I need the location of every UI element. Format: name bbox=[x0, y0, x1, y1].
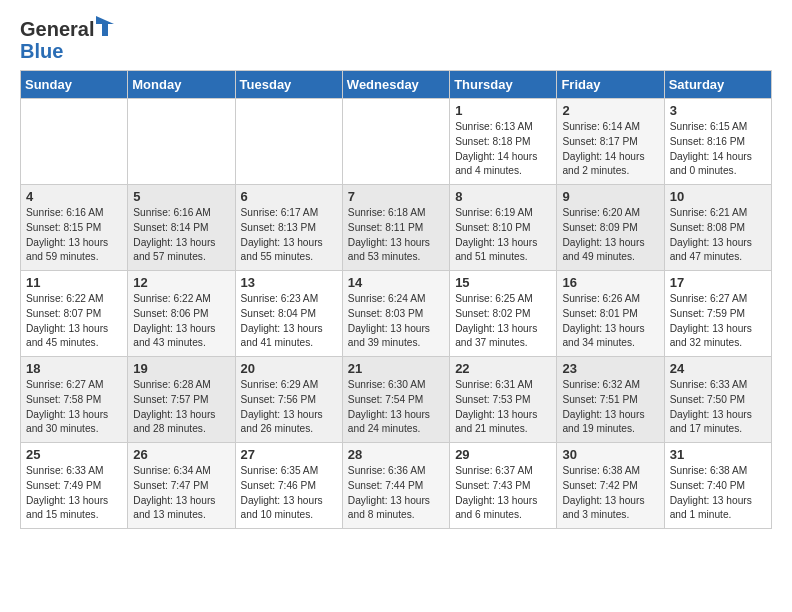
day-number: 21 bbox=[348, 361, 444, 376]
day-header-thursday: Thursday bbox=[450, 71, 557, 99]
calendar-cell: 23Sunrise: 6:32 AM Sunset: 7:51 PM Dayli… bbox=[557, 357, 664, 443]
calendar-cell: 19Sunrise: 6:28 AM Sunset: 7:57 PM Dayli… bbox=[128, 357, 235, 443]
day-info: Sunrise: 6:17 AM Sunset: 8:13 PM Dayligh… bbox=[241, 206, 337, 265]
day-info: Sunrise: 6:25 AM Sunset: 8:02 PM Dayligh… bbox=[455, 292, 551, 351]
day-info: Sunrise: 6:24 AM Sunset: 8:03 PM Dayligh… bbox=[348, 292, 444, 351]
day-info: Sunrise: 6:28 AM Sunset: 7:57 PM Dayligh… bbox=[133, 378, 229, 437]
day-number: 29 bbox=[455, 447, 551, 462]
day-number: 6 bbox=[241, 189, 337, 204]
day-number: 1 bbox=[455, 103, 551, 118]
day-info: Sunrise: 6:14 AM Sunset: 8:17 PM Dayligh… bbox=[562, 120, 658, 179]
calendar-cell: 17Sunrise: 6:27 AM Sunset: 7:59 PM Dayli… bbox=[664, 271, 771, 357]
day-header-wednesday: Wednesday bbox=[342, 71, 449, 99]
calendar-cell: 18Sunrise: 6:27 AM Sunset: 7:58 PM Dayli… bbox=[21, 357, 128, 443]
day-number: 10 bbox=[670, 189, 766, 204]
calendar-cell: 31Sunrise: 6:38 AM Sunset: 7:40 PM Dayli… bbox=[664, 443, 771, 529]
day-info: Sunrise: 6:27 AM Sunset: 7:58 PM Dayligh… bbox=[26, 378, 122, 437]
day-info: Sunrise: 6:34 AM Sunset: 7:47 PM Dayligh… bbox=[133, 464, 229, 523]
day-info: Sunrise: 6:36 AM Sunset: 7:44 PM Dayligh… bbox=[348, 464, 444, 523]
day-header-monday: Monday bbox=[128, 71, 235, 99]
day-number: 20 bbox=[241, 361, 337, 376]
day-number: 17 bbox=[670, 275, 766, 290]
calendar-cell: 9Sunrise: 6:20 AM Sunset: 8:09 PM Daylig… bbox=[557, 185, 664, 271]
calendar-week-5: 25Sunrise: 6:33 AM Sunset: 7:49 PM Dayli… bbox=[21, 443, 772, 529]
day-number: 11 bbox=[26, 275, 122, 290]
calendar-cell: 7Sunrise: 6:18 AM Sunset: 8:11 PM Daylig… bbox=[342, 185, 449, 271]
day-number: 23 bbox=[562, 361, 658, 376]
day-number: 26 bbox=[133, 447, 229, 462]
calendar-week-3: 11Sunrise: 6:22 AM Sunset: 8:07 PM Dayli… bbox=[21, 271, 772, 357]
day-number: 16 bbox=[562, 275, 658, 290]
logo: General Blue bbox=[20, 16, 114, 62]
calendar-cell bbox=[21, 99, 128, 185]
day-number: 27 bbox=[241, 447, 337, 462]
day-number: 30 bbox=[562, 447, 658, 462]
calendar-cell: 20Sunrise: 6:29 AM Sunset: 7:56 PM Dayli… bbox=[235, 357, 342, 443]
day-number: 18 bbox=[26, 361, 122, 376]
day-number: 13 bbox=[241, 275, 337, 290]
day-number: 8 bbox=[455, 189, 551, 204]
calendar-cell: 28Sunrise: 6:36 AM Sunset: 7:44 PM Dayli… bbox=[342, 443, 449, 529]
day-info: Sunrise: 6:18 AM Sunset: 8:11 PM Dayligh… bbox=[348, 206, 444, 265]
day-info: Sunrise: 6:33 AM Sunset: 7:50 PM Dayligh… bbox=[670, 378, 766, 437]
calendar-cell: 15Sunrise: 6:25 AM Sunset: 8:02 PM Dayli… bbox=[450, 271, 557, 357]
day-info: Sunrise: 6:38 AM Sunset: 7:42 PM Dayligh… bbox=[562, 464, 658, 523]
day-header-sunday: Sunday bbox=[21, 71, 128, 99]
day-info: Sunrise: 6:16 AM Sunset: 8:14 PM Dayligh… bbox=[133, 206, 229, 265]
day-number: 5 bbox=[133, 189, 229, 204]
calendar-cell: 22Sunrise: 6:31 AM Sunset: 7:53 PM Dayli… bbox=[450, 357, 557, 443]
calendar-cell: 24Sunrise: 6:33 AM Sunset: 7:50 PM Dayli… bbox=[664, 357, 771, 443]
calendar-cell: 26Sunrise: 6:34 AM Sunset: 7:47 PM Dayli… bbox=[128, 443, 235, 529]
calendar-cell bbox=[342, 99, 449, 185]
day-number: 12 bbox=[133, 275, 229, 290]
calendar-week-1: 1Sunrise: 6:13 AM Sunset: 8:18 PM Daylig… bbox=[21, 99, 772, 185]
day-number: 25 bbox=[26, 447, 122, 462]
calendar-cell: 3Sunrise: 6:15 AM Sunset: 8:16 PM Daylig… bbox=[664, 99, 771, 185]
calendar-cell bbox=[235, 99, 342, 185]
calendar-cell: 1Sunrise: 6:13 AM Sunset: 8:18 PM Daylig… bbox=[450, 99, 557, 185]
day-info: Sunrise: 6:33 AM Sunset: 7:49 PM Dayligh… bbox=[26, 464, 122, 523]
calendar-cell: 21Sunrise: 6:30 AM Sunset: 7:54 PM Dayli… bbox=[342, 357, 449, 443]
logo-general: General bbox=[20, 18, 94, 40]
day-info: Sunrise: 6:30 AM Sunset: 7:54 PM Dayligh… bbox=[348, 378, 444, 437]
calendar-week-4: 18Sunrise: 6:27 AM Sunset: 7:58 PM Dayli… bbox=[21, 357, 772, 443]
logo-arrow-icon bbox=[96, 16, 114, 36]
calendar-cell: 8Sunrise: 6:19 AM Sunset: 8:10 PM Daylig… bbox=[450, 185, 557, 271]
day-header-friday: Friday bbox=[557, 71, 664, 99]
day-info: Sunrise: 6:26 AM Sunset: 8:01 PM Dayligh… bbox=[562, 292, 658, 351]
day-number: 24 bbox=[670, 361, 766, 376]
calendar-cell: 4Sunrise: 6:16 AM Sunset: 8:15 PM Daylig… bbox=[21, 185, 128, 271]
day-number: 3 bbox=[670, 103, 766, 118]
day-number: 4 bbox=[26, 189, 122, 204]
day-number: 7 bbox=[348, 189, 444, 204]
calendar-cell: 6Sunrise: 6:17 AM Sunset: 8:13 PM Daylig… bbox=[235, 185, 342, 271]
day-number: 2 bbox=[562, 103, 658, 118]
day-info: Sunrise: 6:15 AM Sunset: 8:16 PM Dayligh… bbox=[670, 120, 766, 179]
day-number: 22 bbox=[455, 361, 551, 376]
day-number: 9 bbox=[562, 189, 658, 204]
day-info: Sunrise: 6:31 AM Sunset: 7:53 PM Dayligh… bbox=[455, 378, 551, 437]
calendar-cell: 16Sunrise: 6:26 AM Sunset: 8:01 PM Dayli… bbox=[557, 271, 664, 357]
day-number: 19 bbox=[133, 361, 229, 376]
day-number: 31 bbox=[670, 447, 766, 462]
day-info: Sunrise: 6:38 AM Sunset: 7:40 PM Dayligh… bbox=[670, 464, 766, 523]
calendar-cell: 13Sunrise: 6:23 AM Sunset: 8:04 PM Dayli… bbox=[235, 271, 342, 357]
day-header-saturday: Saturday bbox=[664, 71, 771, 99]
calendar-table: SundayMondayTuesdayWednesdayThursdayFrid… bbox=[20, 70, 772, 529]
calendar-cell bbox=[128, 99, 235, 185]
logo-blue: Blue bbox=[20, 40, 63, 62]
day-info: Sunrise: 6:20 AM Sunset: 8:09 PM Dayligh… bbox=[562, 206, 658, 265]
svg-marker-0 bbox=[96, 16, 114, 36]
calendar-cell: 10Sunrise: 6:21 AM Sunset: 8:08 PM Dayli… bbox=[664, 185, 771, 271]
calendar-cell: 5Sunrise: 6:16 AM Sunset: 8:14 PM Daylig… bbox=[128, 185, 235, 271]
calendar-cell: 14Sunrise: 6:24 AM Sunset: 8:03 PM Dayli… bbox=[342, 271, 449, 357]
day-number: 15 bbox=[455, 275, 551, 290]
day-info: Sunrise: 6:13 AM Sunset: 8:18 PM Dayligh… bbox=[455, 120, 551, 179]
calendar-cell: 12Sunrise: 6:22 AM Sunset: 8:06 PM Dayli… bbox=[128, 271, 235, 357]
day-info: Sunrise: 6:22 AM Sunset: 8:06 PM Dayligh… bbox=[133, 292, 229, 351]
day-info: Sunrise: 6:37 AM Sunset: 7:43 PM Dayligh… bbox=[455, 464, 551, 523]
day-info: Sunrise: 6:27 AM Sunset: 7:59 PM Dayligh… bbox=[670, 292, 766, 351]
calendar-cell: 2Sunrise: 6:14 AM Sunset: 8:17 PM Daylig… bbox=[557, 99, 664, 185]
day-info: Sunrise: 6:23 AM Sunset: 8:04 PM Dayligh… bbox=[241, 292, 337, 351]
day-info: Sunrise: 6:35 AM Sunset: 7:46 PM Dayligh… bbox=[241, 464, 337, 523]
